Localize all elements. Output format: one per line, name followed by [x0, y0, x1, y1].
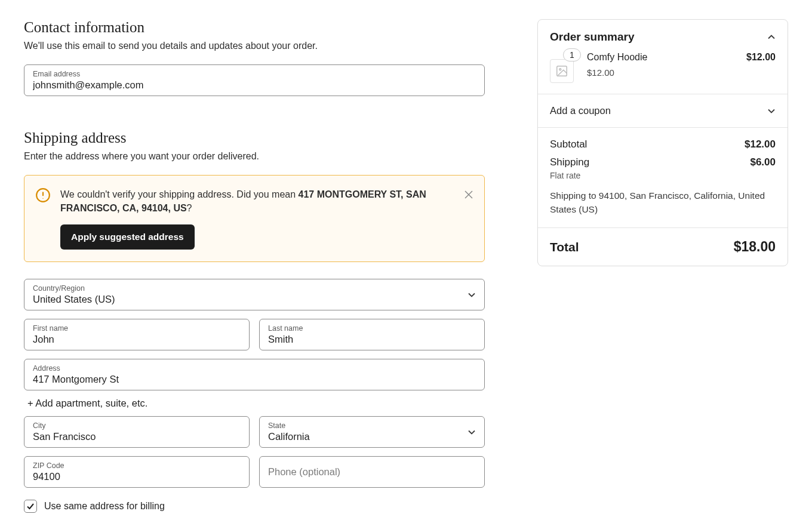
zip-field-wrapper[interactable]: ZIP Code — [24, 456, 250, 488]
address-field-wrapper[interactable]: Address — [24, 359, 485, 390]
total-label: Total — [550, 240, 579, 254]
first-name-input[interactable] — [33, 334, 241, 345]
subtotal-value: $12.00 — [745, 139, 776, 150]
email-input[interactable] — [33, 79, 476, 91]
shipping-destination: Shipping to 94100, San Francisco, Califo… — [550, 189, 776, 217]
item-qty-badge: 1 — [563, 48, 581, 61]
item-line-total: $12.00 — [746, 52, 776, 63]
svg-point-6 — [559, 69, 561, 70]
city-field-wrapper[interactable]: City — [24, 416, 250, 448]
order-summary-toggle[interactable]: Order summary — [550, 30, 776, 44]
line-item: 1 Comfy Hoodie $12.00 — [550, 52, 776, 83]
shipping-label: Shipping — [550, 156, 589, 168]
last-name-input[interactable] — [268, 334, 476, 345]
close-icon[interactable] — [463, 189, 475, 201]
address-input[interactable] — [33, 374, 476, 385]
zip-label: ZIP Code — [33, 461, 241, 470]
address-label: Address — [33, 364, 476, 373]
same-billing-label: Use same address for billing — [44, 501, 165, 512]
first-name-label: First name — [33, 324, 241, 333]
shipping-section-title: Shipping address — [24, 130, 485, 146]
chevron-down-icon — [767, 107, 776, 115]
country-field-wrapper[interactable]: Country/Region United States (US) — [24, 279, 485, 310]
state-label: State — [268, 421, 476, 430]
state-select[interactable]: California — [268, 431, 476, 442]
zip-input[interactable] — [33, 471, 241, 482]
country-label: Country/Region — [33, 284, 476, 293]
email-label: Email address — [33, 70, 476, 78]
svg-point-2 — [42, 198, 43, 199]
add-coupon-toggle[interactable]: Add a coupon — [550, 105, 776, 116]
image-placeholder-icon — [550, 59, 574, 83]
contact-section-title: Contact information — [24, 19, 485, 36]
order-summary-title: Order summary — [550, 30, 635, 44]
city-input[interactable] — [33, 431, 241, 442]
shipping-method: Flat rate — [550, 171, 776, 180]
last-name-field-wrapper[interactable]: Last name — [259, 319, 485, 350]
shipping-section-subtitle: Enter the address where you want your or… — [24, 151, 485, 162]
alert-prefix: We couldn't verify your shipping address… — [60, 189, 299, 199]
total-value: $18.00 — [734, 239, 776, 255]
city-label: City — [33, 421, 241, 430]
last-name-label: Last name — [268, 324, 476, 333]
phone-input[interactable] — [268, 466, 476, 478]
item-unit-price: $12.00 — [587, 67, 776, 78]
email-field-wrapper[interactable]: Email address — [24, 64, 485, 96]
alert-suffix: ? — [187, 203, 192, 213]
warning-icon — [35, 187, 51, 203]
shipping-value: $6.00 — [750, 156, 776, 168]
apply-suggested-address-button[interactable]: Apply suggested address — [60, 224, 195, 250]
chevron-up-icon — [767, 33, 776, 41]
contact-section-subtitle: We'll use this email to send you details… — [24, 41, 485, 51]
same-billing-row[interactable]: Use same address for billing — [24, 500, 485, 513]
address-verification-alert: We couldn't verify your shipping address… — [24, 175, 485, 262]
first-name-field-wrapper[interactable]: First name — [24, 319, 250, 350]
same-billing-checkbox[interactable] — [24, 500, 37, 513]
state-field-wrapper[interactable]: State California — [259, 416, 485, 448]
phone-field-wrapper[interactable] — [259, 456, 485, 488]
country-select[interactable]: United States (US) — [33, 294, 476, 305]
alert-message: We couldn't verify your shipping address… — [60, 187, 473, 215]
item-name: Comfy Hoodie — [587, 52, 647, 63]
add-coupon-label: Add a coupon — [550, 105, 611, 116]
subtotal-label: Subtotal — [550, 139, 587, 150]
add-apartment-button[interactable]: + Add apartment, suite, etc. — [24, 396, 147, 416]
order-summary-card: Order summary 1 — [537, 19, 788, 266]
